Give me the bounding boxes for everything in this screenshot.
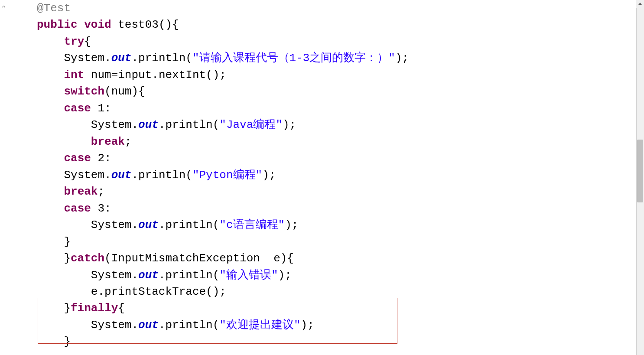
method-println: println [138, 52, 185, 65]
string-literal: "Java编程" [219, 118, 283, 131]
keyword-switch: switch [64, 85, 104, 98]
var-num: num [91, 68, 111, 81]
class-system: System [91, 319, 132, 332]
class-system: System [91, 269, 132, 282]
field-out: out [138, 218, 159, 231]
code-editor[interactable]: @Test public void test03(){ try{ System.… [0, 0, 644, 350]
keyword-void: void [84, 18, 111, 31]
method-println: println [165, 269, 212, 282]
string-literal: "Pyton编程" [192, 169, 262, 182]
keyword-public: public [37, 18, 78, 31]
var-e: e [273, 252, 280, 265]
scrollbar-vertical[interactable] [636, 0, 644, 355]
code-line: }catch(InputMismatchException e){ [37, 250, 644, 267]
code-line: break; [37, 134, 644, 150]
method-println: println [165, 319, 212, 332]
keyword-finally: finally [71, 302, 118, 315]
code-line: try{ [37, 33, 644, 50]
field-out: out [111, 52, 132, 65]
code-line: }finally{ [37, 300, 644, 316]
method-println: println [165, 218, 212, 231]
class-exception: InputMismatchException [111, 252, 260, 265]
code-line: public void test03(){ [37, 16, 644, 33]
keyword-case: case [64, 152, 91, 165]
keyword-int: int [64, 68, 84, 81]
code-line: int num=input.nextInt(); [37, 67, 644, 83]
method-printstacktrace: printStackTrace [104, 285, 206, 298]
keyword-case: case [64, 202, 91, 215]
method-println: println [165, 118, 212, 131]
method-nextint: nextInt [159, 68, 206, 81]
string-literal: "请输入课程代号（1-3之间的数字：）" [192, 52, 395, 65]
class-system: System [64, 52, 104, 65]
class-system: System [91, 118, 132, 131]
keyword-case: case [64, 102, 91, 115]
method-name: test03 [118, 18, 159, 31]
field-out: out [138, 118, 159, 131]
field-out: out [111, 169, 132, 182]
method-println: println [138, 169, 185, 182]
scrollbar-thumb[interactable] [637, 140, 643, 202]
literal-3: 3 [98, 202, 104, 215]
code-line: break; [37, 183, 644, 200]
keyword-break: break [91, 135, 125, 148]
code-line: case 3: [37, 200, 644, 217]
annotation-text: @Test [37, 2, 71, 15]
string-literal: "c语言编程" [219, 218, 285, 231]
scrollbar-arrow-up-icon[interactable] [636, 0, 644, 8]
code-line: @Test [37, 0, 644, 16]
string-literal: "欢迎提出建议" [219, 319, 300, 332]
field-out: out [138, 269, 159, 282]
code-line: System.out.println("Pyton编程"); [37, 167, 644, 183]
code-line: e.printStackTrace(); [37, 283, 644, 300]
code-line: } [37, 234, 644, 250]
code-line: case 1: [37, 100, 644, 117]
code-line: switch(num){ [37, 83, 644, 100]
code-line: System.out.println("输入错误"); [37, 267, 644, 283]
keyword-try: try [64, 35, 84, 48]
code-line: System.out.println("请输入课程代号（1-3之间的数字：）")… [37, 50, 644, 66]
field-out: out [138, 319, 159, 332]
code-line: System.out.println("c语言编程"); [37, 217, 644, 233]
code-line: case 2: [37, 150, 644, 166]
literal-2: 2 [98, 152, 104, 165]
literal-1: 1 [98, 102, 104, 115]
code-line: } [37, 333, 644, 350]
code-line: System.out.println("欢迎提出建议"); [37, 317, 644, 333]
class-system: System [91, 218, 132, 231]
var-e: e [91, 285, 98, 298]
var-input: input [118, 68, 152, 81]
keyword-break: break [64, 185, 98, 198]
class-system: System [64, 169, 104, 182]
var-num: num [111, 85, 132, 98]
code-line: System.out.println("Java编程"); [37, 117, 644, 133]
string-literal: "输入错误" [219, 269, 278, 282]
keyword-catch: catch [71, 252, 104, 265]
